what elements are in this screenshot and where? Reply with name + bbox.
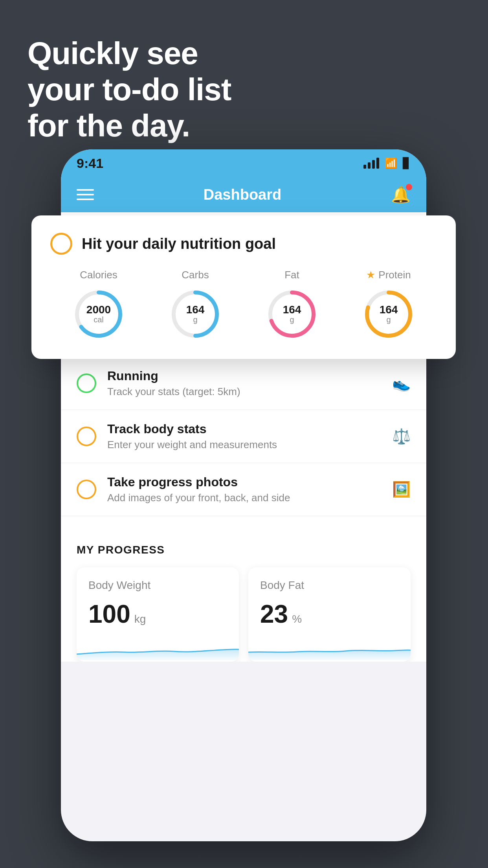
todo-item-photos[interactable]: Take progress photos Add images of your …: [61, 463, 426, 516]
fat-text: 164 g: [283, 304, 301, 324]
nutrition-card-title: Hit your daily nutrition goal: [82, 235, 276, 252]
hamburger-line: [77, 189, 94, 191]
todo-subtitle-photos: Add images of your front, back, and side: [107, 492, 381, 504]
todo-circle-body-stats: [77, 427, 96, 446]
carbs-item: Carbs 164 g: [168, 269, 223, 342]
carbs-label: Carbs: [182, 269, 209, 281]
protein-label: Protein: [378, 269, 411, 281]
header-title: Dashboard: [204, 186, 281, 203]
battery-icon: ▊: [403, 157, 411, 169]
body-fat-unit: %: [292, 613, 302, 625]
body-weight-value-row: 100 kg: [88, 600, 227, 629]
calories-label: Calories: [80, 269, 117, 281]
todo-title-body-stats: Track body stats: [107, 422, 381, 436]
running-icon: 👟: [392, 375, 411, 392]
hamburger-line: [77, 194, 94, 195]
hamburger-menu[interactable]: [77, 189, 94, 200]
body-fat-value-row: 23 %: [260, 600, 399, 629]
todo-circle-running: [77, 373, 96, 393]
star-icon: ★: [366, 269, 375, 281]
body-fat-card[interactable]: Body Fat 23 %: [248, 567, 411, 662]
calories-value: 2000: [86, 304, 111, 315]
nutrition-check-circle[interactable]: [50, 233, 72, 255]
status-bar: 9:41 📶 ▊: [61, 149, 426, 177]
fat-circle: 164 g: [264, 287, 319, 342]
todo-subtitle-running: Track your stats (target: 5km): [107, 386, 381, 398]
headline-line2: your to-do list: [28, 72, 231, 108]
status-icons: 📶 ▊: [363, 157, 411, 169]
body-weight-unit: kg: [134, 613, 146, 625]
body-fat-label: Body Fat: [260, 579, 399, 592]
protein-item: ★ Protein 164 g: [361, 269, 416, 342]
protein-circle: 164 g: [361, 287, 416, 342]
todo-list: Running Track your stats (target: 5km) 👟…: [61, 357, 426, 516]
carbs-circle: 164 g: [168, 287, 223, 342]
progress-cards: Body Weight 100 kg: [77, 567, 411, 662]
protein-value: 164: [380, 304, 398, 315]
body-weight-card[interactable]: Body Weight 100 kg: [77, 567, 239, 662]
hamburger-line: [77, 199, 94, 200]
calories-circle: 2000 cal: [71, 287, 126, 342]
carbs-text: 164 g: [186, 304, 205, 324]
headline-line3: for the day.: [28, 108, 231, 144]
body-weight-label: Body Weight: [88, 579, 227, 592]
nutrition-card-title-row: Hit your daily nutrition goal: [50, 233, 437, 255]
photo-icon: 🖼️: [392, 481, 411, 498]
nutrition-card: Hit your daily nutrition goal Calories 2…: [31, 215, 456, 359]
todo-title-running: Running: [107, 369, 381, 383]
todo-subtitle-body-stats: Enter your weight and measurements: [107, 439, 381, 451]
protein-unit: g: [380, 315, 398, 324]
progress-section: MY PROGRESS Body Weight 100 kg: [61, 528, 426, 662]
fat-item: Fat 164 g: [264, 269, 319, 342]
todo-circle-photos: [77, 480, 96, 499]
progress-section-title: MY PROGRESS: [77, 544, 411, 556]
calories-unit: cal: [86, 315, 111, 324]
wifi-icon: 📶: [385, 157, 397, 169]
carbs-value: 164: [186, 304, 205, 315]
calories-text: 2000 cal: [86, 304, 111, 324]
todo-text-photos: Take progress photos Add images of your …: [107, 475, 381, 504]
nutrition-row: Calories 2000 cal Carbs: [50, 269, 437, 342]
app-header: Dashboard 🔔: [61, 177, 426, 212]
calories-item: Calories 2000 cal: [71, 269, 126, 342]
status-time: 9:41: [77, 156, 103, 171]
body-weight-value: 100: [88, 600, 130, 629]
notification-dot: [406, 184, 412, 190]
scale-icon: ⚖️: [392, 428, 411, 445]
carbs-unit: g: [186, 315, 205, 324]
bell-icon[interactable]: 🔔: [391, 186, 411, 204]
body-fat-chart: [248, 636, 411, 660]
body-weight-chart: [77, 636, 239, 660]
todo-item-body-stats[interactable]: Track body stats Enter your weight and m…: [61, 410, 426, 463]
body-fat-value: 23: [260, 600, 288, 629]
protein-text: 164 g: [380, 304, 398, 324]
todo-title-photos: Take progress photos: [107, 475, 381, 489]
headline-line1: Quickly see: [28, 35, 231, 72]
fat-value: 164: [283, 304, 301, 315]
headline: Quickly see your to-do list for the day.: [28, 35, 231, 144]
fat-unit: g: [283, 315, 301, 324]
todo-item-running[interactable]: Running Track your stats (target: 5km) 👟: [61, 357, 426, 410]
todo-text-body-stats: Track body stats Enter your weight and m…: [107, 422, 381, 451]
signal-icon: [363, 158, 379, 169]
todo-text-running: Running Track your stats (target: 5km): [107, 369, 381, 398]
fat-label: Fat: [284, 269, 299, 281]
